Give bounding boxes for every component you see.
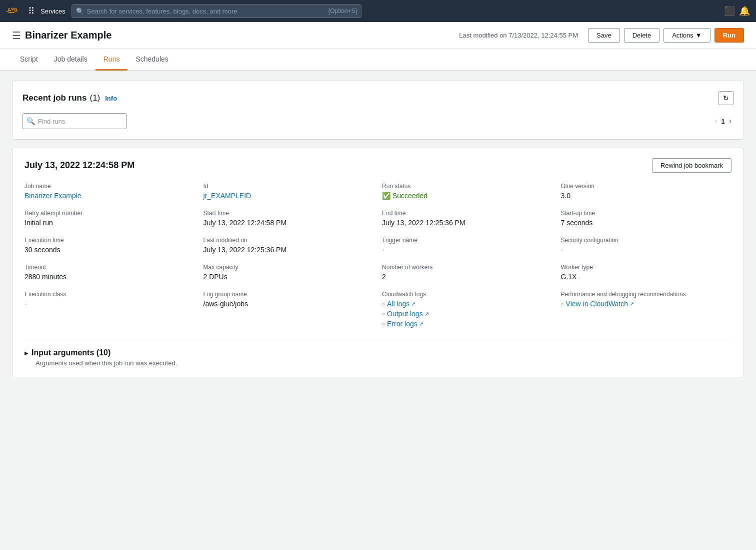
- save-button[interactable]: Save: [588, 28, 620, 43]
- search-icon: 🔍: [76, 8, 84, 15]
- terminal-icon[interactable]: ⬛: [724, 6, 735, 17]
- actions-button[interactable]: Actions ▼: [664, 28, 710, 43]
- id-label: Id: [204, 183, 374, 190]
- grid-icon[interactable]: ⠿: [28, 6, 34, 17]
- log-list: All logs ↗ Output logs ↗ Error logs: [382, 300, 553, 328]
- log-list-item: All logs ↗: [382, 300, 553, 308]
- page-number: 1: [721, 118, 724, 125]
- timeout-label: Timeout: [24, 264, 196, 271]
- info-link[interactable]: Info: [105, 95, 117, 102]
- find-runs-wrapper: 🔍: [22, 113, 704, 129]
- glue-version-label: Glue version: [561, 183, 732, 190]
- pagination: ‹ 1 ›: [712, 116, 734, 127]
- num-workers-value: 2: [382, 273, 553, 281]
- detail-retry: Retry attempt number Initial run: [24, 210, 196, 227]
- bell-icon[interactable]: 🔔: [739, 6, 750, 17]
- execution-class-value: -: [24, 300, 196, 308]
- external-link-icon: ↗: [424, 311, 429, 317]
- trigger-name-label: Trigger name: [382, 237, 553, 244]
- end-time-value: July 13, 2022 12:25:36 PM: [382, 219, 553, 227]
- detail-num-workers: Number of workers 2: [382, 264, 553, 281]
- security-config-label: Security configuration: [561, 237, 732, 244]
- input-args-description: Arguments used when this job run was exe…: [36, 359, 732, 367]
- job-run-header: July 13, 2022 12:24:58 PM Rewind job boo…: [24, 158, 732, 173]
- id-value[interactable]: jr_EXAMPLEID: [204, 192, 374, 200]
- execution-class-label: Execution class: [24, 291, 196, 298]
- runs-count: (1): [90, 93, 100, 103]
- output-logs-link[interactable]: Output logs ↗: [387, 310, 429, 318]
- detail-execution-time: Execution time 30 seconds: [24, 237, 196, 254]
- top-nav: ⠿ Services 🔍 [Option+S] ⬛ 🔔: [0, 0, 756, 22]
- detail-last-modified: Last modified on July 13, 2022 12:25:36 …: [204, 237, 374, 254]
- job-run-card: July 13, 2022 12:24:58 PM Rewind job boo…: [12, 148, 744, 377]
- run-button[interactable]: Run: [714, 28, 744, 43]
- perf-label: Performance and debugging recommendation…: [561, 291, 732, 298]
- last-modified-label: Last modified on: [204, 237, 374, 244]
- panel-title: Recent job runs (1) Info: [22, 93, 117, 103]
- panel-header: Recent job runs (1) Info ↻: [22, 91, 734, 105]
- all-logs-link[interactable]: All logs ↗: [387, 300, 416, 308]
- external-link-icon: ↗: [411, 301, 416, 307]
- view-cloudwatch-link[interactable]: View in CloudWatch ↗: [566, 300, 634, 308]
- global-search[interactable]: 🔍 [Option+S]: [72, 4, 362, 18]
- log-group-label: Log group name: [204, 291, 374, 298]
- find-search-icon: 🔍: [26, 117, 35, 125]
- rewind-bookmark-button[interactable]: Rewind job bookmark: [652, 158, 732, 173]
- retry-label: Retry attempt number: [24, 210, 196, 217]
- perf-list: View in CloudWatch ↗: [561, 300, 732, 308]
- tab-schedules[interactable]: Schedules: [128, 49, 176, 71]
- retry-value: Initial run: [24, 219, 196, 227]
- next-page-button[interactable]: ›: [727, 116, 734, 127]
- tab-job-details[interactable]: Job details: [46, 49, 96, 71]
- hamburger-icon[interactable]: ☰: [12, 30, 21, 42]
- triangle-icon: ▶: [24, 350, 28, 356]
- start-time-value: July 13, 2022 12:24:58 PM: [204, 219, 374, 227]
- page-title: Binarizer Example: [25, 30, 112, 41]
- detail-execution-class: Execution class -: [24, 291, 196, 330]
- input-args-header[interactable]: ▶ Input arguments (10): [24, 348, 732, 357]
- search-input[interactable]: [87, 8, 326, 15]
- detail-worker-type: Worker type G.1X: [561, 264, 732, 281]
- prev-page-button[interactable]: ‹: [712, 116, 719, 127]
- security-config-value: -: [561, 246, 732, 254]
- search-shortcut: [Option+S]: [328, 8, 357, 15]
- find-runs-input[interactable]: [22, 113, 126, 129]
- delete-button[interactable]: Delete: [624, 28, 660, 43]
- tab-script[interactable]: Script: [12, 49, 46, 71]
- page-header: ☰ Binarizer Example Last modified on 7/1…: [0, 22, 756, 49]
- detail-id: Id jr_EXAMPLEID: [204, 183, 374, 200]
- detail-startup-time: Start-up time 7 seconds: [561, 210, 732, 227]
- max-capacity-label: Max capacity: [204, 264, 374, 271]
- trigger-name-value: -: [382, 246, 553, 254]
- last-modified-text: Last modified on 7/13/2022, 12:24:55 PM: [459, 32, 578, 39]
- detail-end-time: End time July 13, 2022 12:25:36 PM: [382, 210, 553, 227]
- nav-icons: ⬛ 🔔: [724, 6, 750, 17]
- error-logs-link[interactable]: Error logs ↗: [387, 320, 424, 328]
- run-status-label: Run status: [382, 183, 553, 190]
- refresh-icon: ↻: [723, 94, 729, 102]
- detail-trigger-name: Trigger name -: [382, 237, 553, 254]
- glue-version-value: 3.0: [561, 192, 732, 200]
- execution-time-label: Execution time: [24, 237, 196, 244]
- worker-type-value: G.1X: [561, 273, 732, 281]
- aws-logo: [6, 6, 22, 16]
- startup-time-label: Start-up time: [561, 210, 732, 217]
- external-link-icon: ↗: [419, 321, 424, 327]
- tab-runs[interactable]: Runs: [96, 49, 128, 71]
- startup-time-value: 7 seconds: [561, 219, 732, 227]
- success-check-icon: ✅: [382, 192, 390, 200]
- services-nav[interactable]: Services: [40, 8, 66, 15]
- tabs-bar: Script Job details Runs Schedules: [0, 49, 756, 71]
- max-capacity-value: 2 DPUs: [204, 273, 374, 281]
- job-name-value[interactable]: Binarizer Example: [24, 192, 196, 200]
- log-list-item: Output logs ↗: [382, 310, 553, 318]
- refresh-button[interactable]: ↻: [718, 91, 734, 105]
- recent-runs-panel: Recent job runs (1) Info ↻ 🔍 ‹ 1 ›: [12, 81, 744, 140]
- external-link-icon: ↗: [630, 301, 634, 307]
- chevron-down-icon: ▼: [696, 32, 702, 39]
- detail-log-group: Log group name /aws-glue/jobs: [204, 291, 374, 330]
- cloudwatch-logs-label: Cloudwatch logs: [382, 291, 553, 298]
- detail-timeout: Timeout 2880 minutes: [24, 264, 196, 281]
- detail-max-capacity: Max capacity 2 DPUs: [204, 264, 374, 281]
- worker-type-label: Worker type: [561, 264, 732, 271]
